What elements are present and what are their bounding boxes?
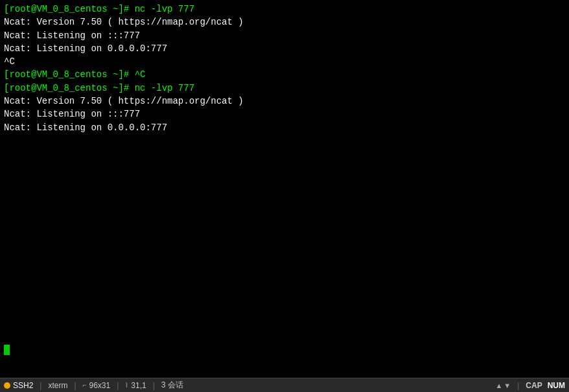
terminal-line: [root@VM_0_8_centos ~]# nc -lvp 777 bbox=[4, 82, 565, 95]
terminal-empty-line bbox=[4, 318, 565, 331]
terminal-empty-line bbox=[4, 279, 565, 292]
terminal-empty-line bbox=[4, 305, 565, 318]
terminal-empty-line bbox=[4, 266, 565, 279]
terminal-line: Ncat: Listening on 0.0.0.0:777 bbox=[4, 42, 565, 55]
terminal-empty-line bbox=[4, 331, 565, 344]
separator2: | bbox=[74, 381, 76, 390]
size-label: 96x31 bbox=[89, 381, 110, 390]
ssh-status: SSH2 bbox=[4, 381, 33, 390]
terminal-area[interactable]: [root@VM_0_8_centos ~]# nc -lvp 777Ncat:… bbox=[0, 0, 569, 378]
position-status: ⌇ 31,1 bbox=[125, 381, 146, 390]
terminal-empty-line bbox=[4, 147, 565, 160]
xterm-status: xterm bbox=[48, 381, 67, 390]
xterm-label: xterm bbox=[48, 381, 67, 390]
terminal-line: Ncat: Listening on :::777 bbox=[4, 108, 565, 121]
terminal-cursor-line bbox=[4, 345, 565, 355]
terminal-line: [root@VM_0_8_centos ~]# ^C bbox=[4, 68, 565, 81]
arrow-up[interactable]: ▲ bbox=[495, 382, 502, 389]
terminal-empty-line bbox=[4, 187, 565, 200]
cap-label: CAP bbox=[526, 381, 542, 390]
separator1: | bbox=[40, 381, 41, 390]
terminal-line: [root@VM_0_8_centos ~]# nc -lvp 777 bbox=[4, 3, 565, 16]
separator5: | bbox=[517, 381, 519, 390]
terminal-empty-line bbox=[4, 213, 565, 226]
size-status: ⌐ 96x31 bbox=[83, 381, 111, 390]
cursor-block bbox=[4, 345, 10, 355]
terminal-empty-line bbox=[4, 174, 565, 187]
terminal-line: ^C bbox=[4, 55, 565, 68]
session-label: 3 会话 bbox=[161, 380, 183, 391]
terminal-line: Ncat: Listening on 0.0.0.0:777 bbox=[4, 121, 565, 134]
separator4: | bbox=[153, 381, 155, 390]
position-label: 31,1 bbox=[131, 381, 146, 390]
terminal-empty-line bbox=[4, 292, 565, 305]
ssh2-dot bbox=[4, 382, 10, 389]
terminal-empty-line bbox=[4, 226, 565, 239]
terminal-line: Ncat: Version 7.50 ( https://nmap.org/nc… bbox=[4, 16, 565, 29]
size-icon: ⌐ bbox=[83, 382, 87, 389]
terminal-empty-line bbox=[4, 200, 565, 213]
num-label: NUM bbox=[548, 381, 565, 390]
session-status: 3 会话 bbox=[161, 380, 183, 391]
terminal-empty-line bbox=[4, 239, 565, 252]
position-icon: ⌇ bbox=[125, 382, 128, 389]
terminal-line: Ncat: Version 7.50 ( https://nmap.org/nc… bbox=[4, 95, 565, 108]
terminal-empty-line bbox=[4, 134, 565, 147]
ssh2-label: SSH2 bbox=[13, 381, 33, 390]
terminal-empty-line bbox=[4, 161, 565, 174]
separator3: | bbox=[117, 381, 119, 390]
terminal-line: Ncat: Listening on :::777 bbox=[4, 29, 565, 42]
statusbar: SSH2 | xterm | ⌐ 96x31 | ⌇ 31,1 | 3 会话 ▲… bbox=[0, 378, 569, 392]
arrow-down[interactable]: ▼ bbox=[504, 382, 511, 389]
terminal-empty-line bbox=[4, 253, 565, 266]
arrow-controls[interactable]: ▲ ▼ bbox=[495, 382, 511, 389]
